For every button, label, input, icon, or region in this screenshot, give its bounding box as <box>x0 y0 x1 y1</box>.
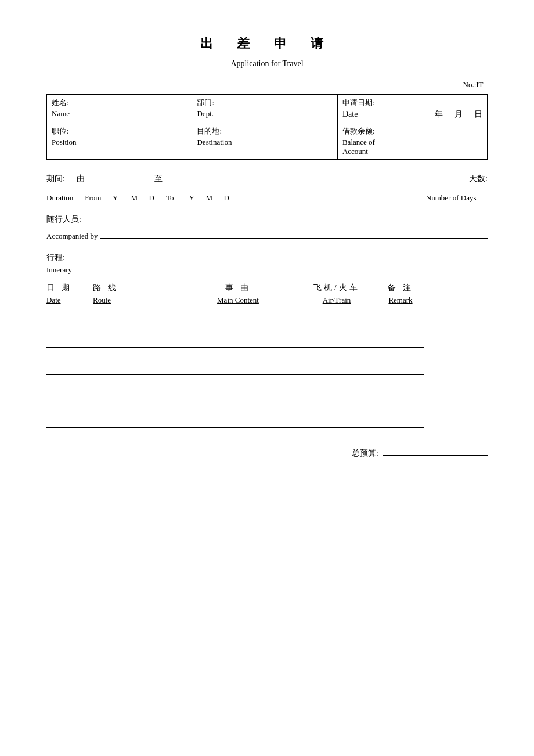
date-cell-5 <box>46 417 93 428</box>
route-cell-2 <box>93 337 180 348</box>
dept-label-cn: 部门: <box>197 98 332 108</box>
route-cell-5 <box>93 417 180 428</box>
content-cell-4 <box>180 391 296 401</box>
table-row <box>46 417 488 428</box>
from-en: From___Y ___M___D <box>85 193 154 203</box>
accompanied-label-cn: 随行人员: <box>46 214 488 225</box>
budget-row: 总预算: <box>46 445 488 459</box>
date-cell-1 <box>46 311 93 321</box>
date-cell-3 <box>46 364 93 375</box>
position-label-en: Position <box>52 138 187 147</box>
budget-line <box>383 445 488 456</box>
columns-header-cn: 日 期 路 线 事 由 飞机/火车 备 注 <box>46 283 488 293</box>
airtrain-cell-3 <box>296 364 377 375</box>
table-row <box>46 337 488 348</box>
month-label: 月 <box>454 109 463 120</box>
table-row <box>46 391 488 401</box>
col-route-en: Route <box>93 296 180 305</box>
route-cell-4 <box>93 391 180 401</box>
date-cell-4 <box>46 391 93 401</box>
accompanied-line <box>100 228 488 239</box>
accompanied-en-row: Accompanied by <box>46 228 488 241</box>
page-title-en: Application for Travel <box>46 59 488 69</box>
route-cell-3 <box>93 364 180 375</box>
remark-cell-3 <box>377 364 424 375</box>
itinerary-label-en: Innerary <box>46 265 488 275</box>
remark-cell-2 <box>377 337 424 348</box>
col-airtrain-en: Air/Train <box>296 296 377 305</box>
from-cn: 由 <box>77 174 85 184</box>
accompanied-label-en: Accompanied by <box>46 232 98 241</box>
year-label: 年 <box>435 109 443 120</box>
itinerary-label-cn: 行程: <box>46 253 488 263</box>
day-label: 日 <box>474 109 482 120</box>
page-title-cn: 出 差 申 请 <box>46 35 488 52</box>
period-cn-row: 期间: 由 至 天数: <box>46 174 488 184</box>
to-en: To____Y___M___D <box>166 193 229 203</box>
destination-label-en: Destination <box>197 138 332 147</box>
position-label-cn: 职位: <box>52 126 187 136</box>
date-label-cn: 申请日期: <box>342 98 482 108</box>
col-content-cn: 事 由 <box>180 283 296 293</box>
balance-label-cn: 借款余额: <box>342 126 482 136</box>
days-en: Number of Days___ <box>426 193 488 203</box>
col-content-en: Main Content <box>180 296 296 305</box>
col-route-cn: 路 线 <box>93 283 180 293</box>
itinerary-section: 行程: Innerary 日 期 路 线 事 由 飞机/火车 备 注 Date … <box>46 253 488 428</box>
duration-en-row: Duration From___Y ___M___D To____Y___M__… <box>46 193 488 203</box>
period-label-cn: 期间: <box>46 174 65 184</box>
days-cn: 天数: <box>469 174 488 184</box>
content-cell-2 <box>180 337 296 348</box>
budget-label: 总预算: <box>352 448 378 459</box>
dept-label-en: Dept. <box>197 109 332 118</box>
col-remark-en: Remark <box>377 296 424 305</box>
col-remark-cn: 备 注 <box>377 283 424 293</box>
route-cell-1 <box>93 311 180 321</box>
doc-no: No.:IT-- <box>46 80 488 89</box>
date-cell-2 <box>46 337 93 348</box>
name-label-en: Name <box>52 109 187 118</box>
columns-header-en: Date Route Main Content Air/Train Remark <box>46 296 488 305</box>
col-airtrain-cn: 飞机/火车 <box>296 283 377 293</box>
table-row <box>46 311 488 321</box>
content-cell-3 <box>180 364 296 375</box>
col-date-cn: 日 期 <box>46 283 93 293</box>
name-label-cn: 姓名: <box>52 98 187 108</box>
table-row <box>46 364 488 375</box>
remark-cell-1 <box>377 311 424 321</box>
airtrain-cell-1 <box>296 311 377 321</box>
airtrain-cell-4 <box>296 391 377 401</box>
remark-cell-5 <box>377 417 424 428</box>
balance-label-en1: Balance of <box>342 138 482 147</box>
date-label-en: Date <box>342 110 358 119</box>
remark-cell-4 <box>377 391 424 401</box>
destination-label-cn: 目的地: <box>197 126 332 136</box>
main-info-table: 姓名: Name 部门: Dept. 申请日期: Date 年 月 日 职位: … <box>46 94 488 160</box>
airtrain-cell-5 <box>296 417 377 428</box>
duration-label-en: Duration <box>46 193 73 203</box>
airtrain-cell-2 <box>296 337 377 348</box>
content-cell-1 <box>180 311 296 321</box>
balance-label-en2: Account <box>342 147 482 156</box>
col-date-en: Date <box>46 296 93 305</box>
to-cn: 至 <box>154 174 163 184</box>
content-cell-5 <box>180 417 296 428</box>
